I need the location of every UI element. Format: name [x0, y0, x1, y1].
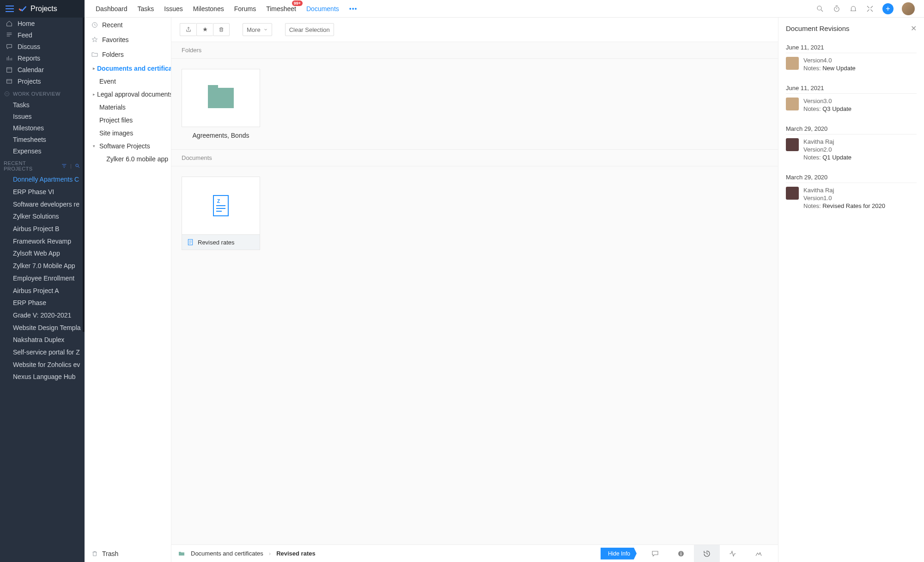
sidebar-overview-expenses[interactable]: Expenses [0, 145, 85, 157]
sidebar-label: Home [18, 20, 35, 27]
favorite-button[interactable] [196, 23, 213, 36]
project-item[interactable]: Framework Revamp [0, 235, 85, 247]
timer-icon[interactable] [833, 5, 841, 13]
folder-trash[interactable]: Trash [85, 545, 171, 562]
sidebar-label: Discuss [18, 43, 40, 50]
topnav-more-icon[interactable]: ••• [349, 5, 358, 12]
sidebar-home[interactable]: Home [0, 18, 85, 29]
topnav-dashboard[interactable]: Dashboard [96, 5, 128, 12]
more-button[interactable]: More [243, 23, 272, 36]
sidebar-scrollbar[interactable] [83, 18, 85, 332]
project-item[interactable]: Self-service portal for Z [0, 346, 85, 359]
clear-selection-button[interactable]: Clear Selection [285, 23, 334, 36]
tree-item[interactable]: ▸Documents and certificates [85, 62, 171, 75]
topnav-milestones[interactable]: Milestones [193, 5, 224, 12]
hide-info-button[interactable]: Hide Info [601, 548, 637, 560]
bell-icon[interactable] [849, 5, 857, 13]
tree-item[interactable]: ▾Software Projects [85, 140, 171, 153]
svg-rect-24 [681, 553, 681, 555]
folder-folders[interactable]: Folders [85, 47, 171, 62]
trash-icon [91, 550, 98, 557]
sidebar-overview-tasks[interactable]: Tasks [0, 99, 85, 110]
project-item[interactable]: Airbus Project A [0, 284, 85, 297]
tools-icon[interactable] [866, 5, 874, 13]
share-icon [185, 26, 192, 33]
search-icon[interactable] [816, 5, 824, 13]
topnav-issues[interactable]: Issues [164, 5, 182, 12]
project-item[interactable]: Donnelly Apartments C [0, 173, 85, 186]
project-item[interactable]: Zylker Solutions [0, 210, 85, 223]
sidebar-overview-timesheets[interactable]: Timesheets [0, 134, 85, 145]
sidebar-discuss[interactable]: Discuss [0, 41, 85, 52]
project-item[interactable]: Website Design Templa [0, 321, 85, 334]
tree-item[interactable]: Materials [85, 101, 171, 114]
brand-block: Projects [0, 0, 85, 18]
trash-icon [218, 26, 225, 33]
document-mini-icon [187, 238, 194, 246]
sidebar-calendar[interactable]: Calendar [0, 64, 85, 75]
tree-item[interactable]: Site images [85, 127, 171, 140]
home-icon [6, 20, 13, 27]
tree-item[interactable]: Project files [85, 114, 171, 127]
sidebar-feed[interactable]: Feed [0, 29, 85, 41]
project-item[interactable]: Software developers re [0, 198, 85, 210]
svg-point-0 [817, 6, 821, 10]
star-fill-icon [202, 26, 208, 33]
topnav-timesheet[interactable]: Timesheet99+ [266, 5, 296, 12]
tree-item[interactable]: Event [85, 75, 171, 88]
project-item[interactable]: Zylsoft Web App [0, 247, 85, 260]
add-button[interactable]: + [882, 3, 894, 14]
folders-section-title: Folders [171, 42, 778, 59]
folder-favorites[interactable]: Favorites [85, 32, 171, 47]
revision-avatar [786, 57, 799, 70]
sidebar-projects[interactable]: Projects [0, 75, 85, 87]
comments-icon[interactable] [642, 545, 668, 562]
revisions-title: Document Revisions [786, 24, 850, 32]
project-item[interactable]: Zylker 7.0 Mobile App [0, 260, 85, 272]
hamburger-icon[interactable] [6, 6, 14, 12]
content-scroll[interactable]: Folders Agreements, Bonds Documents Z Re… [171, 42, 778, 544]
revision-item[interactable]: March 29, 2020Kavitha RajVersion2.0Notes… [786, 119, 917, 167]
project-item[interactable]: Nakshatra Duplex [0, 334, 85, 346]
topnav-documents[interactable]: Documents [306, 5, 339, 12]
doc-file-label: Revised rates [198, 239, 234, 246]
document-card[interactable]: Z Revised rates [182, 177, 260, 250]
minus-circle-icon[interactable] [4, 91, 10, 97]
topnav-forums[interactable]: Forums [234, 5, 256, 12]
project-item[interactable]: Employee Enrollment [0, 272, 85, 285]
share-button[interactable] [180, 23, 196, 36]
close-icon[interactable]: ✕ [911, 24, 917, 33]
user-avatar[interactable] [902, 2, 915, 15]
activity-icon[interactable] [720, 545, 746, 562]
project-item[interactable]: Airbus Project B [0, 223, 85, 235]
sidebar-overview-issues[interactable]: Issues [0, 110, 85, 122]
tree-item[interactable]: ▸Legal approval documents [85, 88, 171, 101]
topnav-tasks[interactable]: Tasks [138, 5, 154, 12]
folder-card[interactable]: Agreements, Bonds [182, 69, 260, 139]
folder-recent-label: Recent [102, 21, 122, 29]
main-area: HomeFeedDiscussReportsCalendarProjectsWO… [0, 18, 924, 562]
project-item[interactable]: ERP Phase VI [0, 186, 85, 198]
revision-item[interactable]: June 11, 2021Version3.0Notes: Q3 Update [786, 78, 917, 119]
revision-item[interactable]: March 29, 2020Kavitha RajVersion1.0Notes… [786, 167, 917, 216]
analytics-icon[interactable] [746, 545, 772, 562]
folder-recent[interactable]: Recent [85, 18, 171, 32]
breadcrumb-1[interactable]: Documents and certificates [191, 550, 263, 557]
info-icon[interactable] [668, 545, 694, 562]
sidebar-overview-milestones[interactable]: Milestones [0, 122, 85, 134]
delete-button[interactable] [213, 23, 230, 36]
project-item[interactable]: Website for Zoholics ev [0, 358, 85, 371]
filter-icon[interactable] [61, 163, 67, 169]
revision-version: Version4.0 [803, 57, 856, 64]
revision-item[interactable]: June 11, 2021Version4.0Notes: New Update [786, 37, 917, 78]
tree-item[interactable]: Zylker 6.0 mobile app [101, 153, 171, 165]
sidebar-reports[interactable]: Reports [0, 52, 85, 64]
folder-favorites-label: Favorites [102, 36, 129, 43]
search-icon[interactable] [74, 163, 81, 169]
project-item[interactable]: ERP Phase [0, 297, 85, 309]
project-item[interactable]: Nexus Language Hub [0, 371, 85, 383]
hide-info-label: Hide Info [608, 550, 630, 557]
project-item[interactable]: Grade V: 2020-2021 [0, 309, 85, 322]
history-icon[interactable] [694, 545, 720, 562]
sidebar-label: Calendar [18, 66, 44, 73]
